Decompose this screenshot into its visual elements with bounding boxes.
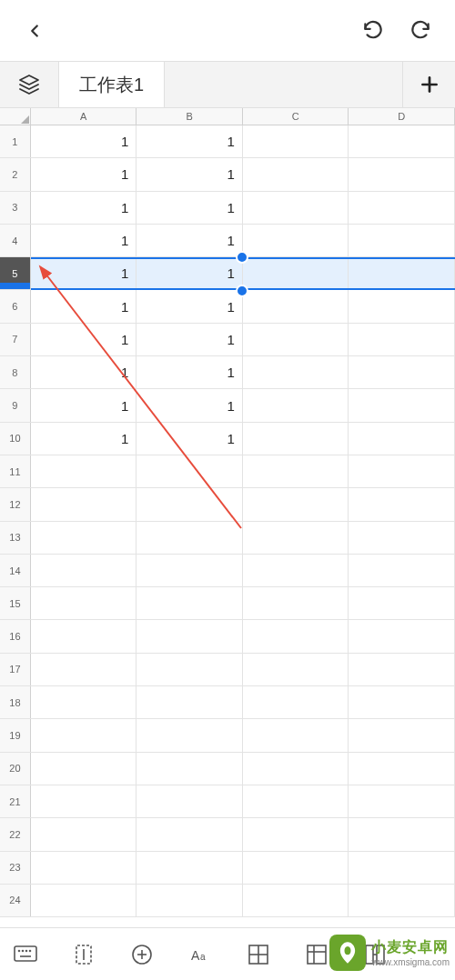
cell[interactable] xyxy=(243,356,349,388)
cell[interactable] xyxy=(31,753,137,785)
cell[interactable] xyxy=(136,785,243,817)
back-button[interactable] xyxy=(16,13,53,49)
cell[interactable] xyxy=(31,818,137,850)
cell[interactable] xyxy=(349,257,455,289)
cell[interactable]: 1 xyxy=(31,356,137,388)
cell[interactable] xyxy=(31,587,137,619)
cell[interactable] xyxy=(136,852,243,884)
cell[interactable] xyxy=(243,423,349,455)
cell[interactable] xyxy=(349,852,455,884)
column-header[interactable]: B xyxy=(136,108,243,125)
cell[interactable]: 1 xyxy=(136,257,243,289)
cell[interactable] xyxy=(31,686,137,718)
borders-button[interactable] xyxy=(240,936,277,973)
cell[interactable] xyxy=(349,488,455,520)
cell[interactable] xyxy=(349,356,455,388)
cell[interactable] xyxy=(349,620,455,652)
cell[interactable] xyxy=(31,488,137,520)
text-cursor-button[interactable] xyxy=(66,936,102,973)
row-header[interactable]: 19 xyxy=(0,719,31,751)
undo-button[interactable] xyxy=(355,13,391,49)
cell[interactable] xyxy=(243,852,349,884)
cell[interactable] xyxy=(243,488,349,520)
cell[interactable] xyxy=(349,522,455,554)
cell[interactable] xyxy=(31,455,137,487)
row-header[interactable]: 10 xyxy=(0,423,31,455)
cell[interactable] xyxy=(349,455,455,487)
row-header[interactable]: 14 xyxy=(0,555,31,586)
row-header[interactable]: 4 xyxy=(0,225,31,256)
cell[interactable] xyxy=(243,389,349,421)
row-header[interactable]: 1 xyxy=(0,125,31,157)
cell[interactable] xyxy=(31,555,137,586)
cell[interactable] xyxy=(243,785,349,817)
font-format-button[interactable]: Aa xyxy=(182,936,218,973)
cell[interactable] xyxy=(349,719,455,751)
add-sheet-button[interactable] xyxy=(402,62,455,107)
cell[interactable] xyxy=(136,654,243,685)
insert-button[interactable] xyxy=(124,936,160,973)
cell[interactable] xyxy=(243,257,349,289)
cell[interactable] xyxy=(243,522,349,554)
cell[interactable]: 1 xyxy=(31,389,137,421)
cell[interactable] xyxy=(136,587,243,619)
row-header[interactable]: 5 xyxy=(0,257,31,289)
row-header[interactable]: 22 xyxy=(0,818,31,850)
cell[interactable] xyxy=(349,587,455,619)
cell[interactable] xyxy=(349,423,455,455)
cell[interactable] xyxy=(31,522,137,554)
cell[interactable] xyxy=(349,818,455,850)
cell[interactable]: 1 xyxy=(31,225,137,256)
cell[interactable] xyxy=(136,455,243,487)
cell[interactable] xyxy=(136,753,243,785)
cell[interactable] xyxy=(136,522,243,554)
cell[interactable] xyxy=(243,192,349,224)
cell[interactable] xyxy=(31,852,137,884)
row-header[interactable]: 15 xyxy=(0,587,31,619)
cell[interactable] xyxy=(349,158,455,190)
row-header[interactable]: 8 xyxy=(0,356,31,388)
row-header[interactable]: 21 xyxy=(0,785,31,817)
cell[interactable]: 1 xyxy=(31,158,137,190)
cell[interactable]: 1 xyxy=(136,125,243,157)
cell[interactable] xyxy=(349,324,455,355)
cell[interactable] xyxy=(136,555,243,586)
cell[interactable]: 1 xyxy=(136,356,243,388)
cell[interactable] xyxy=(243,125,349,157)
row-header[interactable]: 17 xyxy=(0,654,31,685)
cell[interactable]: 1 xyxy=(136,225,243,256)
cell[interactable] xyxy=(349,785,455,817)
cell[interactable] xyxy=(349,654,455,685)
cell[interactable]: 1 xyxy=(136,389,243,421)
row-header[interactable]: 20 xyxy=(0,753,31,785)
cell[interactable]: 1 xyxy=(31,257,137,289)
cell[interactable] xyxy=(136,818,243,850)
row-header[interactable]: 2 xyxy=(0,158,31,190)
row-header[interactable]: 18 xyxy=(0,686,31,718)
row-header[interactable]: 13 xyxy=(0,522,31,554)
sheet-tab-active[interactable]: 工作表1 xyxy=(59,62,165,107)
cell[interactable] xyxy=(349,555,455,586)
row-header[interactable]: 23 xyxy=(0,852,31,884)
row-header[interactable]: 9 xyxy=(0,389,31,421)
cell[interactable] xyxy=(243,818,349,850)
cell[interactable]: 1 xyxy=(31,125,137,157)
column-header[interactable]: A xyxy=(31,108,137,125)
keyboard-button[interactable] xyxy=(7,936,44,973)
cell[interactable]: 1 xyxy=(136,192,243,224)
row-header[interactable]: 12 xyxy=(0,488,31,520)
cell[interactable] xyxy=(31,719,137,751)
cell[interactable] xyxy=(243,324,349,355)
cell[interactable] xyxy=(349,885,455,916)
cell[interactable] xyxy=(31,654,137,685)
cell[interactable]: 1 xyxy=(136,290,243,322)
cell[interactable] xyxy=(243,225,349,256)
cell[interactable] xyxy=(136,719,243,751)
cell[interactable] xyxy=(349,753,455,785)
cell[interactable] xyxy=(349,225,455,256)
cell[interactable]: 1 xyxy=(136,423,243,455)
cell[interactable] xyxy=(243,686,349,718)
cell[interactable]: 1 xyxy=(136,324,243,355)
selection-handle-top[interactable] xyxy=(236,251,248,264)
cell[interactable] xyxy=(243,455,349,487)
